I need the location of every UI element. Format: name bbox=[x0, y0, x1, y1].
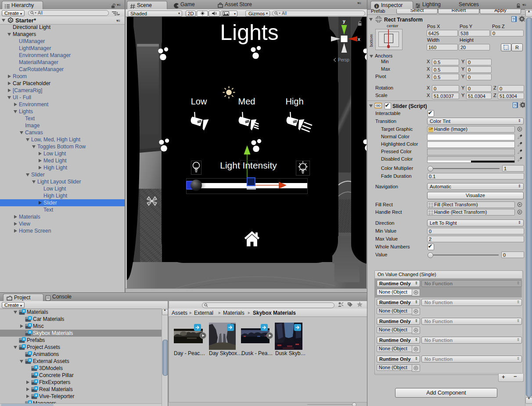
svg-text:x: x bbox=[358, 37, 360, 42]
svg-text:?: ? bbox=[512, 17, 514, 22]
svg-text:y: y bbox=[343, 19, 345, 24]
svg-text:?: ? bbox=[514, 103, 516, 108]
